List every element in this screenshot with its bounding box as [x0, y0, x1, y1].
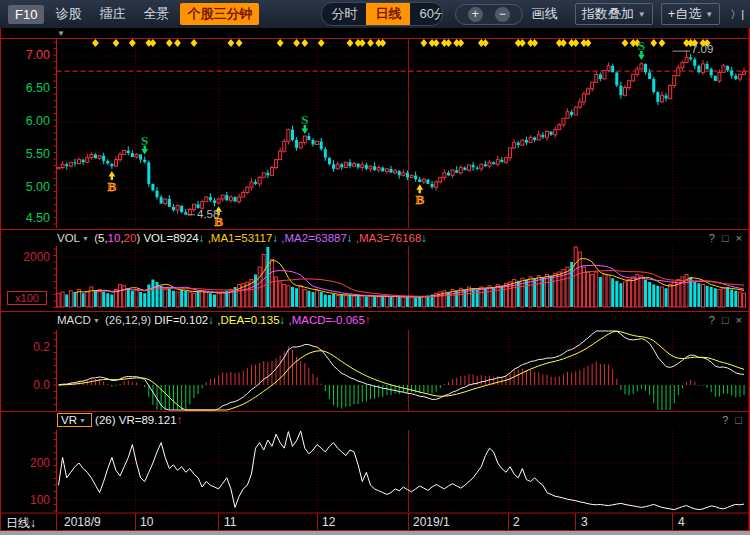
- help-icon[interactable]: ?: [722, 414, 728, 426]
- collapse-panel-icon[interactable]: 〉|: [730, 7, 744, 22]
- toolbar-left-group: F10诊股擂庄全景个股三分钟: [6, 3, 261, 25]
- close-icon[interactable]: ×: [736, 232, 742, 244]
- period-tab-intraday[interactable]: 分时: [322, 3, 366, 25]
- signal-diamond-icon: [572, 39, 579, 47]
- volume-bar-up: [119, 285, 122, 308]
- candle-up: [468, 165, 471, 170]
- candle-up: [480, 164, 483, 169]
- indicator-value-text: ,DEA=0.135: [214, 314, 280, 326]
- chevron-down-icon: ▼: [705, 10, 713, 19]
- volume-bar-down: [357, 296, 360, 308]
- signal-diamond-icon: [445, 39, 452, 47]
- stock-3min-button[interactable]: 个股三分钟: [180, 3, 259, 25]
- f10-button[interactable]: F10: [8, 5, 44, 24]
- draw-line-button[interactable]: 画线: [525, 3, 565, 25]
- zoom-in-button[interactable]: +: [468, 7, 483, 22]
- candle-down: [599, 74, 602, 79]
- volume-bar-up: [217, 293, 220, 307]
- candle-up: [90, 154, 93, 157]
- maximize-icon[interactable]: □: [722, 232, 729, 244]
- signal-diamond-icon: [420, 39, 427, 47]
- macd-axis-label: 0.0: [4, 378, 50, 392]
- chart-canvas[interactable]: BBBSSS: [0, 0, 750, 535]
- volume-bar-up: [69, 291, 72, 307]
- signal-diamond-icon: [277, 39, 284, 47]
- volume-bar-down: [266, 247, 269, 307]
- candle-up: [164, 199, 167, 204]
- candle-up: [677, 68, 680, 76]
- volume-bar-down: [726, 287, 729, 307]
- candle-up: [119, 154, 122, 159]
- candle-up: [743, 72, 746, 75]
- maximize-icon[interactable]: □: [735, 414, 742, 426]
- volume-bar-down: [184, 291, 187, 307]
- candle-down: [730, 70, 733, 75]
- candle-up: [545, 131, 548, 137]
- candle-up: [114, 160, 117, 167]
- chevron-down-icon: ▼: [93, 317, 100, 324]
- macd-indicator-selector[interactable]: MACD: [57, 314, 91, 326]
- signal-diamond-icon: [367, 39, 374, 47]
- help-icon[interactable]: ?: [709, 232, 715, 244]
- index-overlay-button[interactable]: 指数叠加▼: [575, 3, 653, 25]
- volume-bar-up: [316, 291, 319, 307]
- period-tab-60min[interactable]: 60分: [410, 3, 442, 25]
- volume-bar-down: [492, 287, 495, 307]
- bottom-scrollbar[interactable]: [0, 531, 750, 535]
- volume-bar-up: [201, 291, 204, 307]
- volume-bar-down: [127, 288, 130, 307]
- main-indicator-dropdown-icon[interactable]: ▼: [57, 29, 65, 38]
- vr-indicator-button[interactable]: VR▼: [57, 413, 92, 427]
- period-tab-daily[interactable]: 日线: [366, 3, 410, 25]
- volume-bar-up: [738, 292, 741, 307]
- indicator-value-text: 20: [124, 232, 137, 244]
- volume-bar-up: [607, 276, 610, 307]
- volume-bar-up: [743, 293, 746, 307]
- volume-bar-up: [701, 285, 704, 308]
- diagnose-stock-button[interactable]: 诊股: [48, 3, 88, 25]
- candle-up: [435, 182, 438, 187]
- volume-bar-down: [418, 297, 421, 307]
- candle-up: [394, 171, 397, 173]
- candle-down: [398, 171, 401, 176]
- indicator-value-text: ,MACD=-0.065: [285, 314, 365, 326]
- signal-diamond-icon: [293, 39, 300, 47]
- candle-up: [718, 72, 721, 81]
- price-axis-label: 4.50: [4, 211, 50, 225]
- candle-down: [390, 169, 393, 173]
- volume-bar-down: [706, 286, 709, 307]
- zoom-out-button[interactable]: −: [495, 7, 510, 22]
- volume-bar-down: [426, 296, 429, 308]
- candle-down: [652, 79, 655, 92]
- candle-down: [348, 162, 351, 166]
- candle-down: [714, 76, 717, 81]
- stock-app-window: BBBSSS F10诊股擂庄全景个股三分钟 分时日线60分30分周线▼ +− 画…: [0, 0, 750, 535]
- volume-bar-down: [332, 294, 335, 307]
- panorama-button[interactable]: 全景: [136, 3, 176, 25]
- volume-bar-up: [61, 292, 64, 307]
- help-icon[interactable]: ?: [709, 314, 715, 326]
- candle-down: [225, 195, 228, 200]
- maximize-icon[interactable]: □: [722, 314, 729, 326]
- vol-ma1-line: [75, 259, 744, 298]
- close-icon[interactable]: ×: [736, 314, 742, 326]
- add-watchlist-button[interactable]: +自选▼: [661, 3, 721, 25]
- candle-up: [299, 143, 302, 148]
- volume-bar-down: [665, 288, 668, 307]
- signal-diamond-icon: [191, 39, 198, 47]
- candle-up: [566, 112, 569, 119]
- volume-bar-up: [192, 293, 195, 307]
- volume-bar-down: [648, 282, 651, 307]
- volume-bar-down: [550, 276, 553, 307]
- date-axis-label: 10: [140, 515, 153, 529]
- candle-down: [706, 64, 709, 69]
- banker-monitor-button[interactable]: 擂庄: [92, 3, 132, 25]
- volume-bar-down: [180, 290, 183, 308]
- date-axis-label: 2019/1: [413, 515, 450, 529]
- candle-up: [275, 160, 278, 168]
- vol-indicator-selector[interactable]: VOL: [57, 232, 80, 244]
- volume-bar-down: [348, 295, 351, 307]
- bottom-period-indicator[interactable]: 日线↓: [6, 515, 36, 532]
- low-price-annotation: 4.58: [197, 208, 219, 220]
- signal-diamond-icon: [228, 39, 235, 47]
